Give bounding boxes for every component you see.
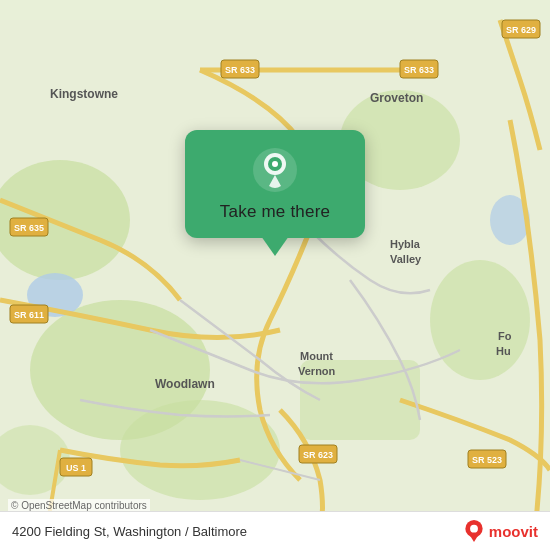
moovit-logo-pin-icon — [463, 520, 485, 542]
moovit-logo: moovit — [463, 520, 538, 542]
svg-text:Hybla: Hybla — [390, 238, 421, 250]
svg-text:SR 623: SR 623 — [303, 450, 333, 460]
svg-text:Hu: Hu — [496, 345, 511, 357]
svg-text:Kingstowne: Kingstowne — [50, 87, 118, 101]
svg-text:Fo: Fo — [498, 330, 512, 342]
svg-text:SR 633: SR 633 — [225, 65, 255, 75]
svg-text:Woodlawn: Woodlawn — [155, 377, 215, 391]
svg-text:Valley: Valley — [390, 253, 422, 265]
svg-text:Groveton: Groveton — [370, 91, 423, 105]
svg-text:Vernon: Vernon — [298, 365, 336, 377]
svg-text:SR 635: SR 635 — [14, 223, 44, 233]
take-me-there-button[interactable]: Take me there — [220, 202, 330, 222]
svg-text:SR 611: SR 611 — [14, 310, 44, 320]
moovit-brand-text: moovit — [489, 523, 538, 540]
svg-marker-42 — [470, 536, 478, 542]
svg-text:SR 629: SR 629 — [506, 25, 536, 35]
map-container: SR 633 SR 633 SR 629 SR 635 SR 611 SR 62… — [0, 0, 550, 550]
location-pin-icon — [253, 148, 297, 192]
popup-card: Take me there — [185, 130, 365, 238]
bottom-bar: 4200 Fielding St, Washington / Baltimore… — [0, 511, 550, 550]
svg-point-39 — [272, 161, 278, 167]
svg-point-4 — [430, 260, 530, 380]
map-background: SR 633 SR 633 SR 629 SR 635 SR 611 SR 62… — [0, 0, 550, 550]
svg-text:US 1: US 1 — [66, 463, 86, 473]
svg-text:SR 523: SR 523 — [472, 455, 502, 465]
address-label: 4200 Fielding St, Washington / Baltimore — [12, 524, 247, 539]
svg-text:Mount: Mount — [300, 350, 333, 362]
svg-text:SR 633: SR 633 — [404, 65, 434, 75]
svg-point-41 — [470, 525, 478, 533]
